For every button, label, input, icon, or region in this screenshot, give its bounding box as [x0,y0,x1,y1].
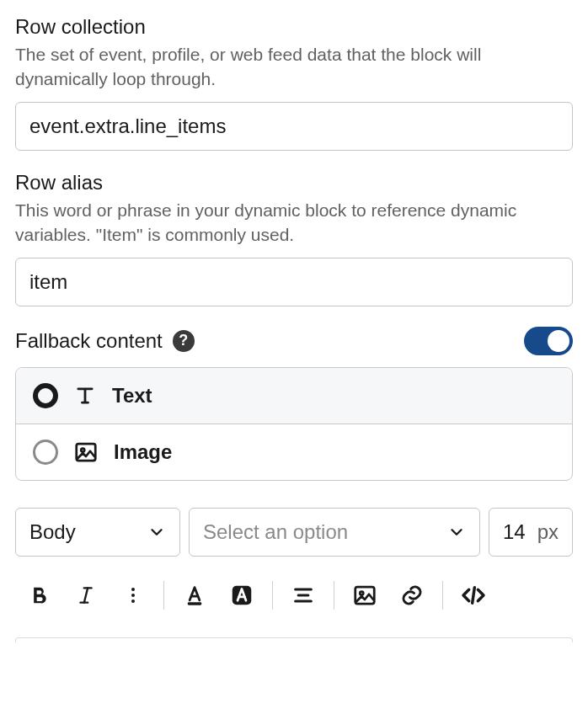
svg-point-7 [131,599,135,603]
font-option-select[interactable]: Select an option [189,508,480,557]
fallback-option-image[interactable]: Image [16,424,572,480]
row-collection-title: Row collection [15,15,573,39]
code-view-button[interactable] [450,575,497,615]
font-size-input[interactable]: 14 px [489,508,573,557]
highlight-color-button[interactable] [218,575,265,615]
row-alias-desc: This word or phrase in your dynamic bloc… [15,198,573,248]
font-option-placeholder: Select an option [203,520,348,544]
image-icon [73,440,99,465]
radio-unselected-icon [33,440,58,465]
row-alias-section: Row alias This word or phrase in your dy… [15,171,573,306]
font-size-value: 14 [503,520,526,544]
radio-selected-icon [33,383,58,408]
svg-point-1 [81,448,84,451]
divider [272,581,273,610]
more-formatting-button[interactable] [110,575,157,615]
svg-line-4 [84,588,88,602]
divider [163,581,164,610]
help-icon[interactable]: ? [173,330,195,352]
row-collection-input[interactable] [15,102,573,151]
fallback-option-label: Image [114,440,172,464]
chevron-down-icon [447,523,466,541]
fallback-option-label: Text [112,384,152,408]
editor-area[interactable] [15,637,573,642]
italic-button[interactable] [62,575,110,615]
row-alias-title: Row alias [15,171,573,194]
row-collection-section: Row collection The set of event, profile… [15,15,573,151]
divider [334,581,334,610]
text-toolbar-selects: Body Select an option 14 px [15,508,573,557]
fallback-toggle[interactable] [524,327,573,355]
align-button[interactable] [280,575,327,615]
format-bar [15,570,573,621]
insert-link-button[interactable] [388,575,436,615]
text-color-button[interactable] [171,575,218,615]
fallback-header: Fallback content ? [15,327,573,355]
fallback-title: Fallback content [15,329,163,353]
font-style-value: Body [29,520,76,544]
insert-image-button[interactable] [341,575,388,615]
chevron-down-icon [147,523,166,541]
font-size-unit: px [537,520,559,544]
svg-point-6 [131,594,135,597]
row-alias-input[interactable] [15,258,573,306]
fallback-option-text[interactable]: Text [16,368,572,424]
svg-rect-8 [188,602,201,605]
row-collection-desc: The set of event, profile, or web feed d… [15,42,573,92]
font-style-select[interactable]: Body [15,508,180,557]
svg-line-15 [473,587,475,603]
divider [442,581,443,610]
svg-point-14 [360,591,363,594]
svg-point-5 [131,588,135,591]
bold-button[interactable] [15,575,62,615]
text-icon [73,384,97,408]
fallback-type-group: Text Image [15,367,573,481]
